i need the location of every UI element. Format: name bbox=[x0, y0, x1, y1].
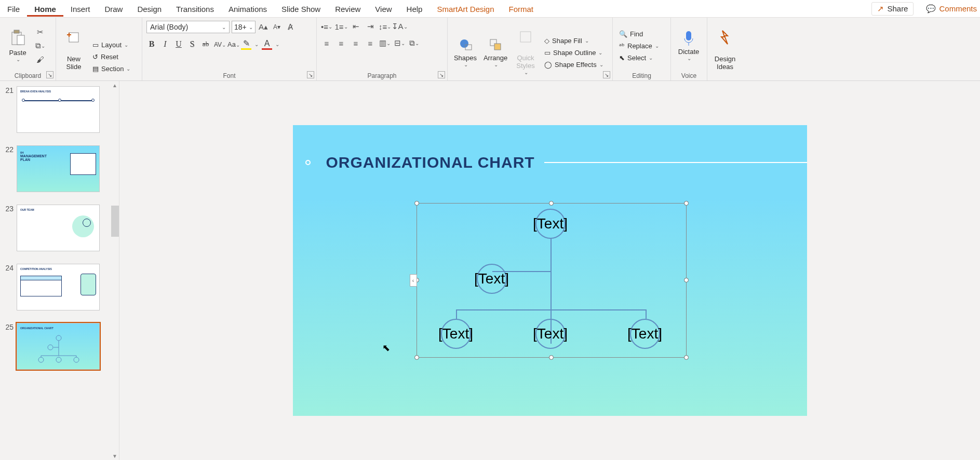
font-name-selector[interactable]: Arial (Body)⌄ bbox=[146, 21, 230, 33]
shape-fill-button[interactable]: ◇Shape Fill⌄ bbox=[542, 36, 606, 46]
tab-slideshow[interactable]: Slide Show bbox=[274, 1, 328, 17]
scroll-up-button[interactable]: ▲ bbox=[111, 81, 119, 89]
numbering-button[interactable]: 1≡⌄ bbox=[335, 21, 347, 32]
columns-button[interactable]: ▥⌄ bbox=[379, 37, 391, 49]
tab-draw[interactable]: Draw bbox=[97, 1, 130, 17]
tab-design[interactable]: Design bbox=[130, 1, 169, 17]
justify-button[interactable]: ≡ bbox=[365, 37, 376, 49]
org-node-assistant[interactable]: [Text] bbox=[477, 264, 507, 294]
replace-button[interactable]: ᵃᵇReplace⌄ bbox=[617, 41, 661, 51]
copy-dropdown-icon[interactable]: ⌄ bbox=[41, 43, 45, 49]
italic-button[interactable]: I bbox=[160, 39, 170, 49]
char-spacing-button[interactable]: AV⌄ bbox=[214, 39, 224, 49]
scroll-thumb[interactable] bbox=[111, 206, 119, 237]
tab-view[interactable]: View bbox=[368, 1, 399, 17]
font-color-button[interactable]: A bbox=[262, 39, 272, 50]
shapes-button[interactable]: Shapes⌄ bbox=[452, 36, 479, 69]
find-button[interactable]: 🔍Find bbox=[617, 29, 661, 39]
line-spacing-button[interactable]: ↕≡⌄ bbox=[379, 21, 391, 32]
slide[interactable]: ORGANIZATIONAL CHART ‹ bbox=[293, 125, 807, 416]
org-node-child-1[interactable]: [Text] bbox=[441, 319, 471, 349]
align-center-button[interactable]: ≡ bbox=[335, 37, 347, 49]
paste-dropdown-icon[interactable]: ⌄ bbox=[5, 57, 31, 62]
paragraph-dialog-launcher[interactable]: ↘ bbox=[438, 71, 445, 78]
reset-button[interactable]: ↺Reset bbox=[90, 52, 132, 62]
group-label-font: Font bbox=[146, 71, 312, 80]
comments-button[interactable]: 💬 Comments bbox=[921, 3, 977, 15]
increase-font-button[interactable]: A▴ bbox=[258, 21, 269, 33]
tab-smartart-design[interactable]: SmartArt Design bbox=[429, 1, 501, 17]
thumbnail-23[interactable]: 23 OUR TEAM bbox=[2, 205, 119, 251]
org-node-child-3[interactable]: [Text] bbox=[630, 319, 660, 349]
tab-animations[interactable]: Animations bbox=[221, 1, 274, 17]
layout-button[interactable]: ▭Layout⌄ bbox=[90, 40, 132, 50]
tab-review[interactable]: Review bbox=[328, 1, 368, 17]
thumbnail-25[interactable]: 25 ORGANIZATIONAL CHART bbox=[2, 323, 119, 370]
design-ideas-button[interactable]: Design Ideas bbox=[711, 21, 739, 79]
org-node-root[interactable]: [Text] bbox=[535, 209, 566, 239]
convert-smartart-button[interactable]: ⧉⌄ bbox=[408, 37, 420, 49]
format-painter-button[interactable]: 🖌 bbox=[34, 53, 46, 65]
clipboard-dialog-launcher[interactable]: ↘ bbox=[46, 71, 53, 78]
change-case-button[interactable]: Aa⌄ bbox=[227, 39, 238, 49]
thumbnail-scrollbar[interactable]: ▲ ▼ bbox=[111, 81, 119, 460]
tab-insert[interactable]: Insert bbox=[63, 1, 98, 17]
align-text-button[interactable]: ⊟⌄ bbox=[394, 37, 405, 49]
section-button[interactable]: ▤Section⌄ bbox=[90, 64, 132, 74]
title-bullet-icon bbox=[305, 160, 311, 165]
decrease-indent-button[interactable]: ⇤ bbox=[350, 21, 361, 32]
cut-button[interactable]: ✂ bbox=[34, 26, 46, 38]
text-direction-button[interactable]: ↧A⌄ bbox=[394, 21, 405, 32]
thumbnail-preview: BREAK-EVEN ANALYSIS bbox=[17, 86, 100, 133]
decrease-font-button[interactable]: A▾ bbox=[271, 21, 283, 33]
underline-button[interactable]: U bbox=[173, 39, 184, 49]
select-button[interactable]: ⬉Select⌄ bbox=[617, 53, 661, 63]
tab-help[interactable]: Help bbox=[399, 1, 430, 17]
org-chart[interactable]: [Text] [Text] [Text] [Text] [Text] bbox=[417, 204, 686, 357]
increase-indent-button[interactable]: ⇥ bbox=[365, 21, 376, 32]
tab-transitions[interactable]: Transitions bbox=[169, 1, 221, 17]
tab-home[interactable]: Home bbox=[27, 1, 63, 17]
thumbnail-24[interactable]: 24 COMPETITION ANALYSIS bbox=[2, 264, 119, 310]
copy-button[interactable]: ⧉⌄ bbox=[34, 40, 46, 51]
tab-format[interactable]: Format bbox=[502, 1, 541, 17]
align-left-button[interactable]: ≡ bbox=[321, 37, 332, 49]
bullets-button[interactable]: •≡⌄ bbox=[321, 21, 332, 32]
org-node-child-2[interactable]: [Text] bbox=[535, 319, 566, 349]
thumbnail-22[interactable]: 22 04 MANAGEMENT PLAN bbox=[2, 145, 119, 192]
chevron-down-icon[interactable]: ⌄ bbox=[254, 42, 259, 47]
strikethrough-button[interactable]: ab bbox=[200, 40, 211, 48]
arrange-button[interactable]: Arrange⌄ bbox=[482, 36, 509, 69]
align-right-button[interactable]: ≡ bbox=[350, 37, 361, 49]
font-dialog-launcher[interactable]: ↘ bbox=[307, 71, 314, 78]
smartart-selection[interactable]: ‹ [Text] [Text] [Text] [Text] [Text] bbox=[417, 203, 687, 358]
quick-styles-button[interactable]: Quick Styles⌄ bbox=[512, 21, 539, 84]
node-text[interactable]: [Text] bbox=[533, 215, 568, 232]
new-slide-icon bbox=[66, 30, 82, 45]
paste-button[interactable]: Paste ⌄ bbox=[4, 28, 31, 63]
font-size-selector[interactable]: 18+⌄ bbox=[232, 21, 256, 33]
shape-effects-button[interactable]: ◯Shape Effects⌄ bbox=[542, 60, 606, 70]
thumbnail-panel[interactable]: 21 BREAK-EVEN ANALYSIS 22 04 MANAGEMENT … bbox=[0, 81, 119, 460]
chevron-down-icon[interactable]: ⌄ bbox=[275, 42, 279, 47]
brush-icon: 🖌 bbox=[36, 55, 44, 64]
shape-outline-button[interactable]: ▭Shape Outline⌄ bbox=[542, 48, 606, 58]
node-text[interactable]: [Text] bbox=[627, 326, 662, 342]
text-pane-toggle[interactable]: ‹ bbox=[410, 274, 417, 287]
slide-title[interactable]: ORGANIZATIONAL CHART bbox=[326, 154, 535, 171]
node-text[interactable]: [Text] bbox=[438, 326, 473, 342]
bold-button[interactable]: B bbox=[146, 39, 157, 49]
drawing-dialog-launcher[interactable]: ↘ bbox=[603, 71, 610, 78]
slide-canvas-area[interactable]: ORGANIZATIONAL CHART ‹ bbox=[119, 81, 980, 460]
tab-file[interactable]: File bbox=[0, 1, 27, 17]
clear-formatting-button[interactable]: A̷ bbox=[285, 21, 296, 33]
highlight-color-button[interactable]: ✎ bbox=[241, 38, 251, 50]
connector-line bbox=[456, 309, 646, 310]
shadow-button[interactable]: S bbox=[187, 39, 197, 49]
dictate-button[interactable]: Dictate⌄ bbox=[675, 29, 702, 62]
scroll-down-button[interactable]: ▼ bbox=[111, 452, 119, 460]
node-text[interactable]: [Text] bbox=[474, 270, 509, 287]
node-text[interactable]: [Text] bbox=[533, 326, 568, 342]
thumbnail-21[interactable]: 21 BREAK-EVEN ANALYSIS bbox=[2, 86, 119, 133]
share-button[interactable]: ↗ Share bbox=[871, 2, 914, 16]
